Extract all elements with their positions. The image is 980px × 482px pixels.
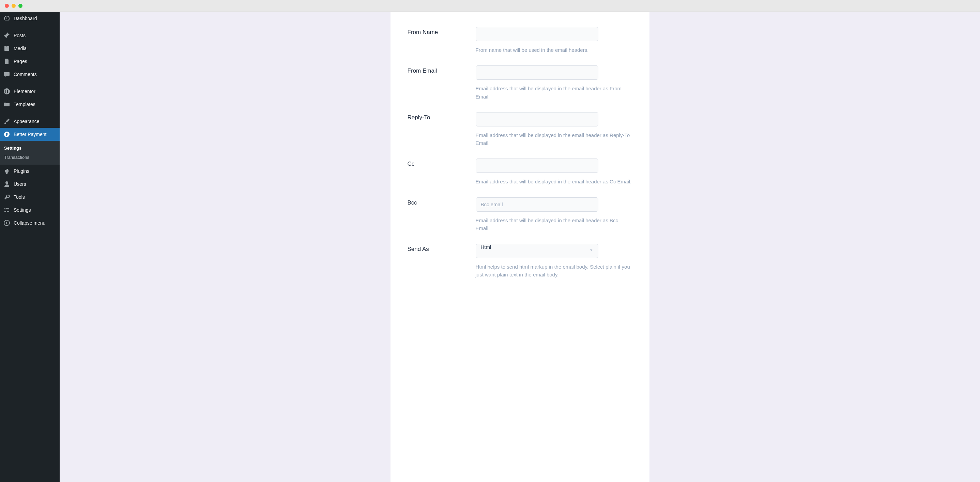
sidebar-item-label: Tools <box>14 194 56 200</box>
svg-rect-3 <box>7 91 8 92</box>
settings-panel: From Name From name that will be used in… <box>390 12 649 482</box>
better-payment-icon <box>3 131 10 138</box>
sidebar-item-label: Media <box>14 46 56 51</box>
submenu-item-transactions[interactable]: Transactions <box>0 153 60 162</box>
collapse-icon <box>3 220 10 226</box>
bcc-input[interactable] <box>476 197 598 212</box>
send-as-label: Send As <box>407 244 469 279</box>
reply-to-help: Email address that will be displayed in … <box>476 131 632 147</box>
sidebar-item-users[interactable]: Users <box>0 178 60 191</box>
sidebar-item-label: Templates <box>14 102 56 107</box>
sidebar-item-label: Collapse menu <box>14 220 56 226</box>
titlebar <box>0 0 980 12</box>
cc-label: Cc <box>407 159 469 185</box>
sidebar-collapse[interactable]: Collapse menu <box>0 216 60 229</box>
plug-icon <box>3 168 10 175</box>
sidebar-item-tools[interactable]: Tools <box>0 191 60 204</box>
svg-rect-4 <box>7 92 8 93</box>
media-icon <box>3 45 10 52</box>
field-from-email: From Email Email address that will be di… <box>407 65 632 100</box>
field-from-name: From Name From name that will be used in… <box>407 27 632 54</box>
cc-input[interactable] <box>476 159 598 173</box>
svg-rect-1 <box>5 90 6 93</box>
sidebar-item-label: Better Payment <box>14 132 56 137</box>
sidebar-item-posts[interactable]: Posts <box>0 29 60 42</box>
traffic-lights <box>5 4 22 8</box>
from-name-input[interactable] <box>476 27 598 41</box>
from-email-input[interactable] <box>476 65 598 80</box>
sidebar-item-label: Elementor <box>14 89 56 94</box>
reply-to-label: Reply-To <box>407 112 469 147</box>
send-as-help: Html helps to send html markup in the em… <box>476 263 632 279</box>
main-content: From Name From name that will be used in… <box>60 12 980 482</box>
sidebar-item-pages[interactable]: Pages <box>0 55 60 68</box>
svg-rect-2 <box>7 90 8 91</box>
page-icon <box>3 58 10 65</box>
from-email-label: From Email <box>407 65 469 100</box>
brush-icon <box>3 118 10 125</box>
comment-icon <box>3 71 10 78</box>
submenu-item-settings[interactable]: Settings <box>0 143 60 153</box>
sidebar-item-elementor[interactable]: Elementor <box>0 85 60 98</box>
elementor-icon <box>3 88 10 95</box>
bcc-label: Bcc <box>407 197 469 232</box>
sliders-icon <box>3 207 10 213</box>
window: Dashboard Posts Media Pages <box>0 0 980 482</box>
sidebar-item-label: Plugins <box>14 169 56 174</box>
field-reply-to: Reply-To Email address that will be disp… <box>407 112 632 147</box>
from-email-help: Email address that will be displayed in … <box>476 84 632 100</box>
field-send-as: Send As Html Html helps to send html mar… <box>407 244 632 279</box>
field-bcc: Bcc Email address that will be displayed… <box>407 197 632 232</box>
window-minimize-button[interactable] <box>11 4 16 8</box>
wrench-icon <box>3 194 10 200</box>
dashboard-icon <box>3 15 10 22</box>
from-name-help: From name that will be used in the email… <box>476 46 632 54</box>
sidebar-item-settings[interactable]: Settings <box>0 204 60 216</box>
content: Dashboard Posts Media Pages <box>0 12 980 482</box>
window-maximize-button[interactable] <box>18 4 22 8</box>
field-cc: Cc Email address that will be displayed … <box>407 159 632 185</box>
sidebar-item-media[interactable]: Media <box>0 42 60 55</box>
svg-point-5 <box>4 220 10 226</box>
sidebar-item-label: Appearance <box>14 119 56 124</box>
sidebar-item-label: Posts <box>14 33 56 38</box>
from-name-label: From Name <box>407 27 469 54</box>
sidebar-item-templates[interactable]: Templates <box>0 98 60 111</box>
sidebar-item-label: Settings <box>14 207 56 213</box>
sidebar-item-label: Users <box>14 181 56 187</box>
admin-sidebar: Dashboard Posts Media Pages <box>0 12 60 482</box>
send-as-select[interactable]: Html <box>476 244 598 258</box>
user-icon <box>3 181 10 188</box>
pin-icon <box>3 32 10 39</box>
sidebar-item-label: Comments <box>14 72 56 77</box>
cc-help: Email address that will be displayed in … <box>476 178 632 185</box>
bcc-help: Email address that will be displayed in … <box>476 216 632 232</box>
sidebar-submenu: Settings Transactions <box>0 141 60 165</box>
window-close-button[interactable] <box>5 4 9 8</box>
sidebar-item-label: Pages <box>14 59 56 64</box>
sidebar-item-better-payment[interactable]: Better Payment <box>0 128 60 141</box>
folder-icon <box>3 101 10 108</box>
sidebar-item-plugins[interactable]: Plugins <box>0 165 60 178</box>
reply-to-input[interactable] <box>476 112 598 126</box>
sidebar-item-label: Dashboard <box>14 16 56 21</box>
sidebar-item-appearance[interactable]: Appearance <box>0 115 60 128</box>
sidebar-item-comments[interactable]: Comments <box>0 68 60 81</box>
sidebar-item-dashboard[interactable]: Dashboard <box>0 12 60 25</box>
